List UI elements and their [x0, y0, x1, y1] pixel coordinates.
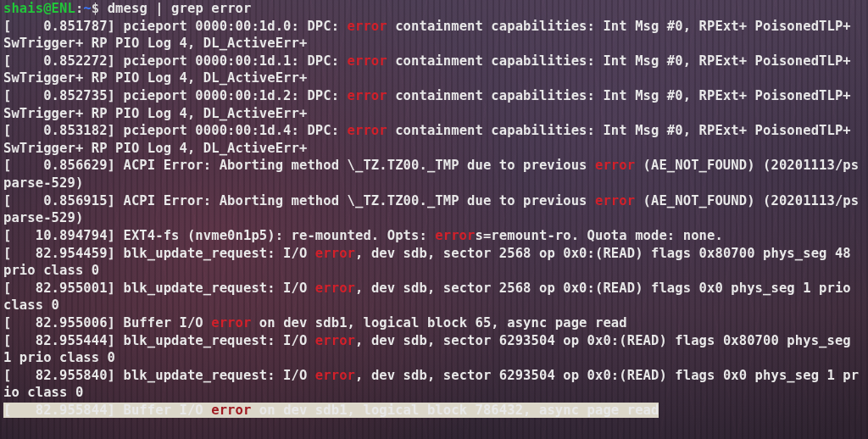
- grep-match: error: [315, 246, 355, 261]
- log-line: [ 82.954459] blk_update_request: I/O err…: [3, 246, 859, 279]
- grep-match: error: [315, 368, 355, 383]
- log-line: [ 82.955844] Buffer I/O error on dev sdb…: [3, 403, 659, 418]
- log-line: [ 0.853182] pcieport 0000:00:1d.4: DPC: …: [3, 123, 859, 156]
- grep-match: error: [348, 123, 387, 138]
- grep-match: error: [211, 315, 251, 331]
- log-line: [ 0.856915] ACPI Error: Aborting method …: [3, 193, 859, 226]
- log-line: [ 82.955006] Buffer I/O error on dev sdb…: [3, 315, 627, 331]
- log-line: [ 10.894794] EXT4-fs (nvme0n1p5): re-mou…: [3, 228, 723, 243]
- grep-match: error: [435, 228, 475, 243]
- grep-match: error: [211, 403, 251, 418]
- log-text: [ 82.955001] blk_update_request: I/O: [3, 281, 315, 296]
- log-text: on dev sdb1, logical block 786432, async…: [251, 403, 659, 418]
- shell-prompt: shais@ENL:~$: [3, 1, 108, 16]
- log-line: [ 82.955001] blk_update_request: I/O err…: [3, 281, 859, 314]
- log-line: [ 0.852272] pcieport 0000:00:1d.1: DPC: …: [3, 53, 859, 86]
- prompt-user: shais: [3, 1, 43, 16]
- grep-match: error: [348, 19, 387, 34]
- log-text: [ 0.856915] ACPI Error: Aborting method …: [3, 193, 595, 208]
- command-text: dmesg | grep error: [108, 1, 252, 16]
- log-text: [ 0.853182] pcieport 0000:00:1d.4: DPC:: [3, 123, 348, 138]
- terminal-output[interactable]: shais@ENL:~$ dmesg | grep error [ 0.8517…: [0, 0, 868, 439]
- log-line: [ 0.851787] pcieport 0000:00:1d.0: DPC: …: [3, 19, 859, 52]
- prompt-dollar: $: [92, 1, 108, 16]
- prompt-at: @: [43, 1, 51, 16]
- grep-match: error: [595, 193, 635, 208]
- log-text: [ 82.955444] blk_update_request: I/O: [3, 333, 315, 348]
- prompt-host: ENL: [52, 1, 75, 16]
- log-text: [ 0.852272] pcieport 0000:00:1d.1: DPC:: [3, 53, 348, 69]
- log-text: [ 82.955844] Buffer I/O: [3, 403, 211, 418]
- prompt-colon: :: [75, 1, 83, 16]
- log-text: [ 82.955840] blk_update_request: I/O: [3, 368, 315, 383]
- log-text: [ 10.894794] EXT4-fs (nvme0n1p5): re-mou…: [3, 228, 435, 243]
- log-line: [ 0.852735] pcieport 0000:00:1d.2: DPC: …: [3, 88, 859, 121]
- log-text: on dev sdb1, logical block 65, async pag…: [251, 315, 626, 331]
- log-text: [ 0.852735] pcieport 0000:00:1d.2: DPC:: [3, 88, 348, 103]
- log-line: [ 82.955840] blk_update_request: I/O err…: [3, 368, 859, 401]
- dmesg-output: [ 0.851787] pcieport 0000:00:1d.0: DPC: …: [3, 19, 859, 418]
- log-text: [ 0.856629] ACPI Error: Aborting method …: [3, 158, 595, 173]
- grep-match: error: [595, 158, 635, 173]
- grep-match: error: [348, 53, 387, 69]
- grep-match: error: [315, 281, 355, 296]
- grep-match: error: [348, 88, 387, 103]
- log-text: [ 82.954459] blk_update_request: I/O: [3, 246, 315, 261]
- grep-match: error: [315, 333, 355, 348]
- prompt-path: ~: [83, 1, 91, 16]
- log-line: [ 0.856629] ACPI Error: Aborting method …: [3, 158, 859, 191]
- log-line: [ 82.955444] blk_update_request: I/O err…: [3, 333, 859, 366]
- log-text: s=remount-ro. Quota mode: none.: [476, 228, 723, 243]
- log-text: [ 82.955006] Buffer I/O: [3, 315, 211, 331]
- log-text: [ 0.851787] pcieport 0000:00:1d.0: DPC:: [3, 19, 348, 34]
